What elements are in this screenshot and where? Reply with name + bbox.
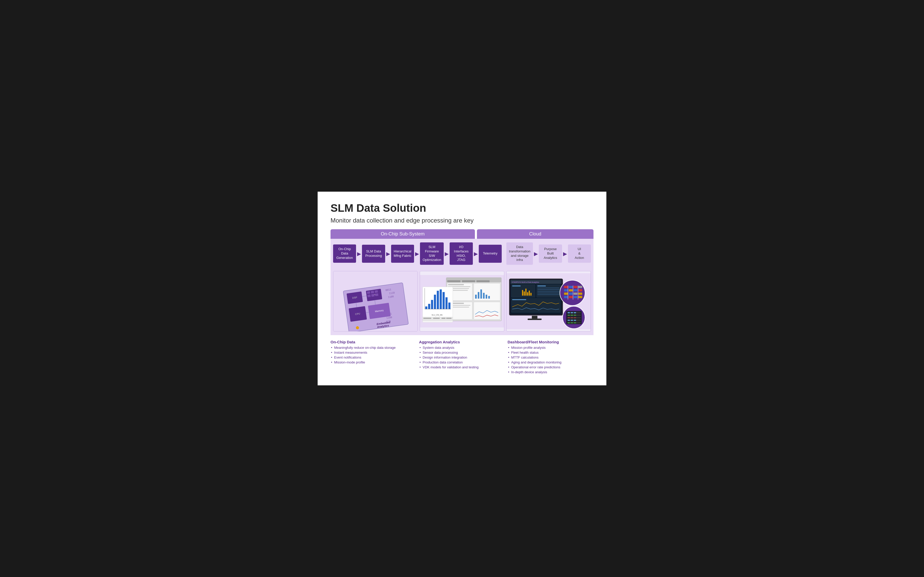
cloud-header: Cloud: [477, 229, 593, 239]
svg-rect-105: [573, 293, 577, 295]
svg-rect-133: [568, 322, 570, 323]
bullet-col-1: On-Chip Data Meaningfully reduce on-chip…: [331, 340, 416, 375]
flow-box-4: SLM FirmwareS/WOptimization: [420, 242, 444, 265]
bullet-item: Design information integration: [419, 356, 502, 359]
bullet-list-1: Meaningfully reduce on-chip data storage…: [331, 346, 414, 364]
svg-rect-65: [423, 317, 453, 321]
bullet-item: Operational error rate predictions: [508, 365, 591, 369]
svg-rect-15: [367, 295, 371, 297]
svg-rect-104: [569, 293, 573, 295]
svg-rect-125: [568, 318, 570, 318]
image-panels: 0011 1110 1100 001 1100 010 DSP GPU: [331, 268, 593, 335]
dashboard-svg: SYNOPSYS SLM In-Field Analytics: [507, 271, 591, 331]
svg-rect-88: [538, 291, 560, 292]
svg-rect-97: [573, 286, 577, 288]
svg-rect-96: [569, 286, 573, 288]
bullet-item: Mission-mode profile: [331, 360, 414, 364]
svg-rect-38: [474, 302, 500, 319]
svg-rect-17: [375, 293, 378, 296]
flow-box-9: UI&Action: [568, 245, 591, 263]
bullet-item: Mission profile analysis: [508, 346, 591, 350]
svg-rect-118: [571, 312, 573, 313]
svg-rect-117: [568, 312, 570, 313]
svg-rect-87: [538, 289, 560, 290]
svg-rect-40: [478, 292, 479, 298]
svg-rect-113: [578, 286, 578, 300]
svg-rect-91: [512, 299, 526, 300]
page-subtitle: Monitor data collection and edge process…: [331, 217, 593, 224]
svg-rect-134: [571, 322, 573, 323]
svg-rect-77: [511, 298, 560, 313]
page-title: SLM Data Solution: [331, 202, 593, 214]
svg-rect-53: [425, 306, 427, 309]
bullet-item: Aging and degradation monitoring: [508, 360, 591, 364]
chip-panel: 0011 1110 1100 001 1100 010 DSP GPU: [333, 271, 418, 332]
analytics-svg: SLU_ON_Mb: [420, 271, 504, 331]
bullet-item: Meaningfully reduce on-chip data storage: [331, 346, 414, 350]
svg-rect-45: [448, 284, 464, 285]
section-headers: On-Chip Sub-System Cloud: [331, 229, 593, 239]
svg-rect-98: [578, 286, 582, 288]
slide: SLM Data Solution Monitor data collectio…: [318, 192, 606, 385]
svg-rect-129: [568, 320, 570, 321]
process-flow: On-ChipDataGeneration ▶ SLM DataProcessi…: [331, 239, 593, 269]
svg-rect-55: [431, 300, 433, 309]
svg-rect-80: [523, 292, 525, 296]
svg-rect-54: [428, 304, 430, 309]
svg-rect-83: [529, 290, 530, 296]
bullet-item: VDK models for validation and testing: [419, 365, 502, 369]
svg-rect-131: [574, 320, 576, 321]
svg-rect-66: [423, 318, 431, 319]
svg-rect-81: [525, 289, 527, 296]
svg-rect-82: [527, 292, 528, 296]
bullet-item: System data analysis: [419, 346, 502, 350]
svg-rect-127: [574, 318, 576, 318]
svg-rect-41: [480, 290, 482, 299]
svg-rect-16: [371, 294, 375, 297]
svg-rect-56: [434, 295, 436, 309]
svg-rect-108: [569, 296, 573, 298]
flow-box-3: HierarchicalMfng Fabric: [391, 245, 414, 263]
svg-rect-109: [573, 296, 577, 298]
svg-rect-107: [564, 296, 568, 298]
svg-rect-95: [564, 286, 568, 288]
bullet-item: Event notifications: [331, 356, 414, 359]
svg-rect-93: [528, 319, 542, 320]
svg-rect-90: [538, 295, 560, 295]
svg-rect-100: [569, 289, 573, 292]
arrow-4: ▶: [444, 251, 450, 257]
bullet-item: Instant measurements: [331, 351, 414, 355]
svg-rect-67: [433, 318, 439, 319]
svg-text:SYNOPSYS SLM In-Field Analytic: SYNOPSYS SLM In-Field Analytics: [512, 281, 540, 283]
svg-rect-126: [571, 318, 573, 318]
svg-rect-122: [571, 315, 573, 316]
bullet-title-1: On-Chip Data: [331, 340, 414, 344]
svg-rect-59: [443, 292, 445, 309]
flow-box-5: I/O InterfacesHSIO, JTAG: [450, 242, 473, 265]
flow-box-7: Datatransformationand storageinfra: [506, 242, 533, 265]
svg-rect-111: [568, 286, 568, 300]
bullet-list-2: System data analysis Sensor data process…: [419, 346, 502, 369]
arrow-1: ▶: [356, 251, 362, 257]
arrow-2: ▶: [385, 251, 391, 257]
arrow-3: ▶: [414, 251, 420, 257]
svg-rect-103: [564, 293, 568, 295]
arrow-7: ▶: [562, 251, 568, 257]
svg-rect-92: [532, 316, 538, 319]
svg-rect-135: [574, 322, 576, 323]
svg-rect-121: [568, 315, 570, 316]
bullet-col-3: Dashboard/Fleet Monitoring Mission profi…: [505, 340, 593, 375]
svg-text:SLU_ON_Mb: SLU_ON_Mb: [431, 314, 443, 316]
svg-rect-130: [571, 320, 573, 321]
svg-rect-43: [486, 295, 487, 298]
flow-box-6: Telemetry: [479, 245, 502, 263]
on-chip-header: On-Chip Sub-System: [331, 229, 475, 239]
svg-rect-101: [573, 289, 577, 292]
svg-rect-39: [475, 295, 477, 298]
svg-rect-112: [573, 286, 573, 300]
svg-rect-44: [488, 296, 490, 298]
svg-rect-14: [375, 290, 378, 293]
analytics-panel: SLU_ON_Mb: [420, 271, 504, 332]
svg-rect-86: [538, 288, 560, 288]
svg-rect-85: [538, 286, 546, 287]
